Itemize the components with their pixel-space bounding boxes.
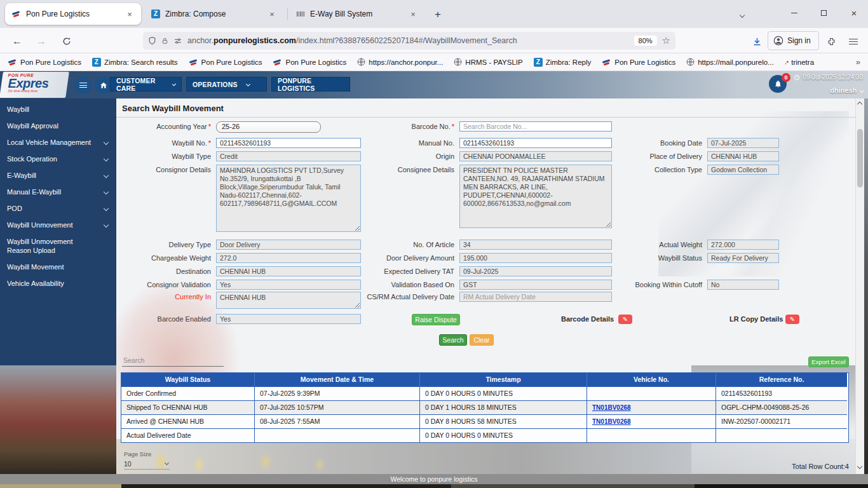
menu-customer-care[interactable]: CUSTOMER CARE [110, 77, 182, 92]
vehicle-link[interactable]: TN01BV0268 [592, 418, 631, 425]
vehicle-link[interactable]: TN01BV0268 [592, 404, 631, 411]
lr-copy-details-edit-button[interactable]: ✎ [785, 315, 799, 324]
menu-ponpure-logistics[interactable]: PONPURE LOGISTICS [271, 77, 350, 92]
minimize-button[interactable] [780, 0, 808, 25]
zimbra-favicon: Z [151, 10, 160, 18]
scrollbar-thumb[interactable] [857, 129, 863, 187]
title-divider [116, 117, 855, 118]
raise-dispute-button[interactable]: Raise Dispute [412, 314, 460, 325]
search-button[interactable]: Search [439, 334, 467, 346]
notifications-button[interactable]: 0 [769, 75, 787, 93]
tracking-shield-icon[interactable] [148, 36, 156, 45]
tab-close-icon[interactable]: × [267, 10, 277, 19]
chevron-down-icon [165, 461, 169, 465]
tab-zimbra-compose[interactable]: Z Zimbra: Compose × [145, 3, 283, 25]
bookmark-item[interactable]: ZZimbra: Reply [534, 58, 592, 67]
table-filter-input[interactable] [122, 354, 224, 367]
bookmark-item[interactable]: Pon Pure Logistics [189, 58, 262, 66]
sidebar-item-waybill-movement[interactable]: Waybill Movement [0, 259, 116, 275]
tab-close-icon[interactable]: × [408, 10, 418, 19]
ponpure-express-logo[interactable]: PON PURE Expres On time every time [0, 72, 69, 98]
chevron-down-icon [104, 140, 109, 145]
clear-button[interactable]: Clear [470, 334, 494, 346]
user-menu[interactable]: dhinesh [830, 86, 863, 94]
sidebar-item-waybill-unmovement[interactable]: Waybill Unmovement [0, 217, 116, 233]
bookmark-item[interactable]: ․•trinetra [785, 58, 814, 66]
back-icon[interactable]: ← [9, 33, 25, 50]
sign-in-button[interactable]: Sign in [768, 31, 819, 50]
chevron-down-icon [104, 222, 109, 227]
export-excel-button[interactable]: Export Excel [808, 356, 849, 367]
sidebar-item-vehicle-availability[interactable]: Vehicle Availability [0, 275, 116, 292]
bookmark-item[interactable]: Pon Pure Logistics [602, 58, 675, 66]
actual-weight-input [707, 240, 779, 250]
tab-ponpure-logistics[interactable]: Pon Pure Logistics × [5, 3, 141, 25]
sidebar-item-stock-operation[interactable]: Stock Operation [0, 151, 116, 167]
sidebar-item-manual-e-waybill[interactable]: Manual E-Waybill [0, 184, 116, 200]
barcode-details-edit-button[interactable]: ✎ [618, 315, 632, 324]
forward-icon[interactable]: → [33, 33, 50, 50]
sidebar-item-waybill-approval[interactable]: Waybill Approval [0, 118, 116, 134]
zoom-level-badge[interactable]: 80% [634, 36, 657, 46]
bookmark-item[interactable]: ZZimbra: Search results [92, 58, 178, 67]
bookmarks-overflow-icon[interactable]: » [856, 57, 860, 67]
sign-in-label: Sign in [787, 36, 811, 45]
barcode-details-label: Barcode Details [561, 315, 614, 323]
field-place-of-delivery: Place of Delivery [618, 151, 779, 161]
total-row-count: Total Row Count:4 [762, 463, 849, 470]
extension-icon[interactable] [823, 33, 839, 50]
column-header[interactable]: Vehicle No. [587, 373, 716, 386]
origin-input [459, 151, 612, 161]
menu-operations[interactable]: OPERATIONS [186, 77, 267, 92]
column-header[interactable]: Timestamp [420, 373, 587, 386]
bookmark-item[interactable]: Pon Pure Logistics [273, 58, 346, 66]
manual-no-input[interactable] [459, 138, 612, 148]
chevron-down-icon [104, 206, 109, 211]
sidebar-item-waybill-unmovement-reason-upload[interactable]: Waybill Unmovement Reason Upload [0, 233, 116, 259]
app-header: PON PURE Expres On time every time CUSTO… [0, 71, 868, 98]
field-consignee-details: Consignee Details PRESIDENT TN POLICE MA… [326, 165, 612, 228]
tab-title: Pon Pure Logistics [26, 10, 90, 18]
app-menu-toggle-button[interactable] [74, 76, 92, 94]
sidebar-item-local-vehicle-management[interactable]: Local Vehicle Management [0, 134, 116, 151]
scroll-up-icon[interactable] [857, 102, 862, 107]
tab-close-icon[interactable]: × [125, 10, 135, 19]
window-close-button[interactable]: × [840, 0, 868, 25]
accounting-year-select[interactable]: 25-26 [216, 121, 321, 133]
sidebar-item-pod[interactable]: POD [0, 200, 116, 217]
list-all-tabs-icon[interactable] [728, 3, 756, 28]
column-header[interactable]: Movement Date & Time [255, 373, 420, 386]
downloads-icon[interactable] [749, 33, 765, 50]
url-text[interactable]: anchor.ponpurelogistics.com/index.html?6… [187, 36, 629, 45]
sidebar-item-e-waybill[interactable]: E-Waybill [0, 167, 116, 184]
notification-count-badge: 0 [782, 73, 790, 82]
reload-icon[interactable] [58, 33, 75, 50]
barcode-no-input[interactable] [459, 121, 612, 132]
column-header[interactable]: Waybill Status [121, 373, 255, 386]
barcode-enabled-input [216, 314, 361, 324]
ponpure-favicon [11, 10, 21, 18]
bookmark-item[interactable]: Pon Pure Logistics [8, 58, 81, 66]
tab-eway-bill[interactable]: E-Way Bill System × [290, 3, 424, 25]
vertical-scrollbar[interactable] [855, 98, 864, 474]
bookmark-star-icon[interactable]: ☆ [662, 35, 670, 46]
address-bar[interactable]: anchor.ponpurelogistics.com/index.html?6… [143, 32, 675, 50]
permissions-icon[interactable] [173, 37, 182, 45]
table-header-row: Waybill Status Movement Date & Time Time… [121, 373, 848, 386]
sidebar-item-waybill[interactable]: Waybill [0, 101, 116, 118]
main-content: Search Waybill Movement Accounting Year*… [116, 98, 855, 474]
bookmark-item[interactable]: https://anchor.ponpur... [357, 58, 443, 66]
column-header[interactable]: Reference No. [716, 373, 847, 386]
new-tab-button[interactable]: + [430, 6, 446, 23]
scroll-down-icon[interactable] [857, 464, 862, 469]
browser-window: Pon Pure Logistics × Z Zimbra: Compose ×… [0, 0, 868, 488]
sidebar-nav: Waybill Waybill Approval Local Vehicle M… [0, 98, 116, 365]
bookmark-item[interactable]: https://mail.ponpurelo... [686, 58, 774, 66]
lock-icon[interactable] [161, 37, 168, 45]
maximize-button[interactable] [810, 0, 837, 25]
ponpure-favicon [189, 58, 198, 66]
page-size-select[interactable]: 10 [124, 459, 170, 470]
bookmark-item[interactable]: HRMS - PAYSLIP [454, 58, 522, 66]
menu-icon[interactable] [845, 33, 862, 50]
field-csrm-actual-delivery-date: CS/RM Actual Delivery Date [326, 292, 612, 302]
